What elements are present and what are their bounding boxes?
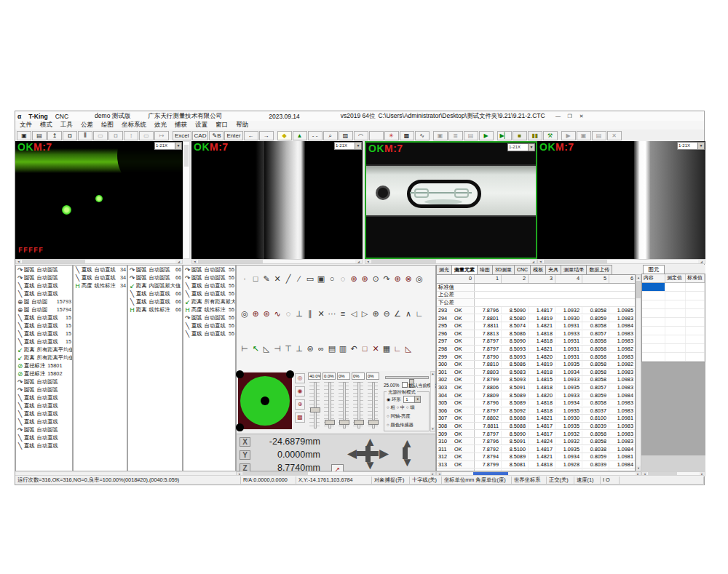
feature-row[interactable]: ↷圆弧自动圆弧 — [16, 386, 72, 394]
palette-tool-icon[interactable]: ⊣ — [273, 344, 282, 354]
element-cell[interactable] — [642, 335, 665, 343]
tolerance-row[interactable]: 上公差 — [437, 292, 635, 300]
feature-row[interactable]: ╲直线自动直线15 — [16, 338, 72, 346]
element-row[interactable] — [642, 283, 705, 292]
element-row[interactable] — [642, 309, 705, 318]
toolbar-button-0-9[interactable]: ↦ — [154, 131, 169, 140]
toolbar-button-5-0[interactable]: ▶ — [561, 131, 576, 140]
toolbar-button-2-4[interactable]: ▨ — [339, 131, 353, 140]
ring-light-preview[interactable] — [238, 372, 292, 429]
radio-icon[interactable]: ○ — [387, 405, 389, 410]
table-row[interactable]: 304OK7.88098.50891.48201.09330.80591.098… — [437, 391, 635, 399]
tab-2[interactable]: 绘图 — [477, 265, 493, 274]
toolbar-button-1-2[interactable]: ✎B — [209, 131, 223, 140]
element-cell[interactable] — [686, 283, 705, 291]
table-row[interactable]: 295OK7.88118.50741.48211.09310.80581.098… — [437, 322, 635, 330]
element-cell[interactable] — [665, 353, 686, 361]
options-scrollbar[interactable]: ▲▼ — [430, 371, 435, 432]
element-row[interactable] — [642, 300, 705, 309]
camera-scrollbar-1[interactable]: ◄◢ — [15, 259, 183, 264]
feature-row[interactable]: H距离线性标注66 — [128, 306, 182, 314]
light-mode-button-2[interactable]: ⊕ — [295, 399, 305, 410]
tab-3[interactable]: 3D测量 — [492, 265, 515, 274]
toolbar-button-0-2[interactable]: ↥ — [47, 131, 62, 140]
element-cell[interactable] — [642, 318, 665, 326]
camera-view-2[interactable]: OKM:7 1-21X▼ — [191, 141, 363, 259]
table-row[interactable]: 298OK7.87978.50931.48211.09310.80581.098… — [437, 346, 635, 354]
camera-scrollbar-4[interactable]: ◄◢ — [537, 259, 705, 264]
element-row[interactable] — [642, 335, 705, 344]
scroll-thumb[interactable] — [636, 281, 641, 298]
feature-row[interactable]: ╲直线自动直线 — [16, 402, 72, 410]
feature-row[interactable]: ⊕圆自动圆15793 — [16, 298, 72, 306]
toolbar-button-0-8[interactable]: ▭ — [139, 131, 154, 140]
element-cell[interactable] — [665, 335, 686, 343]
palette-tool-icon[interactable]: ▭ — [306, 274, 314, 284]
element-column-header[interactable]: 测定值 — [665, 274, 686, 282]
palette-tool-icon[interactable]: ⊥ — [295, 309, 304, 319]
selected-cell[interactable] — [642, 283, 665, 291]
palette-tool-icon[interactable]: ⊕ — [393, 274, 402, 284]
palette-tool-icon[interactable]: ∕ — [295, 274, 304, 284]
scroll-left-arrow[interactable]: ◄ — [16, 260, 21, 263]
tab-7[interactable]: 测量结果 — [561, 265, 587, 274]
element-cell[interactable] — [686, 327, 705, 335]
tab-1[interactable]: 测量元素 — [451, 265, 478, 274]
scroll-left-arrow[interactable]: ◄ — [192, 260, 197, 263]
menu-item-0[interactable]: 文件 — [20, 121, 32, 129]
toolbar-button-2-1[interactable]: ▲ — [293, 131, 307, 140]
ring-count-combo[interactable]: 1▼ — [403, 396, 421, 403]
toolbar-button-1-1[interactable]: CAD — [192, 131, 209, 140]
toolbar-button-0-6[interactable]: ◘ — [108, 131, 123, 140]
menu-item-3[interactable]: 公差 — [81, 121, 93, 129]
camera-view-3-selected[interactable]: OKM:7 1-21X▼ — [365, 141, 537, 259]
column-header[interactable]: 6 — [609, 275, 636, 283]
element-cell[interactable] — [642, 300, 665, 308]
table-row[interactable]: 310OK7.87968.50911.48241.09320.80581.098… — [437, 438, 635, 446]
palette-tool-icon[interactable]: ╱ — [284, 274, 293, 284]
element-row[interactable] — [642, 318, 705, 327]
chevron-down-icon[interactable]: ▼ — [175, 143, 181, 149]
feature-row[interactable]: ↙距离所有距离平均值 — [16, 346, 72, 354]
tab-element[interactable]: 图元 — [643, 265, 665, 274]
toolbar-button-5-1[interactable]: ▣ — [577, 131, 591, 140]
palette-tool-icon[interactable]: ✕ — [317, 309, 325, 319]
toolbar-button-0-7[interactable]: ↕ — [124, 131, 138, 140]
menu-item-6[interactable]: 效光 — [154, 121, 167, 129]
scroll-up-arrow[interactable]: ▲ — [636, 275, 641, 280]
element-cell[interactable] — [686, 309, 705, 317]
palette-tool-icon[interactable]: ⊥ — [295, 344, 304, 354]
palette-tool-icon[interactable]: ▥ — [339, 344, 347, 354]
toolbar-button-0-4[interactable]: Ⅱ — [78, 131, 92, 140]
toolbar-button-2-3[interactable]: ⌕ — [323, 131, 338, 140]
palette-tool-icon[interactable]: ○ — [328, 274, 336, 284]
light-slider-3[interactable]: 0% — [352, 372, 365, 431]
lens-select-dropdown[interactable]: 1-21X▼ — [677, 142, 705, 150]
camera-scrollbar-3[interactable]: ◄◢ — [365, 259, 537, 264]
jog-left-arrow[interactable]: ◀ — [347, 447, 357, 460]
element-cell[interactable] — [642, 327, 665, 335]
light-mode-button-3[interactable]: ▩ — [295, 412, 305, 423]
feature-row[interactable]: ╲直线自动直线 — [16, 394, 72, 402]
palette-tool-icon[interactable]: ↖ — [251, 344, 260, 354]
feature-row[interactable]: ↷圆弧自动圆弧66 — [128, 274, 182, 282]
feature-row[interactable]: ↷圆弧自动圆弧55 — [183, 266, 235, 274]
palette-tool-icon[interactable]: ◌ — [284, 309, 293, 319]
element-cell[interactable] — [665, 344, 686, 352]
jog-down-arrow[interactable]: ▼ — [364, 459, 376, 471]
table-row[interactable]: 299OK7.87908.50931.48201.09310.80581.098… — [437, 353, 635, 361]
slider-track[interactable] — [314, 382, 317, 428]
element-cell[interactable] — [642, 353, 665, 361]
feature-row[interactable]: ↷圆弧自动圆弧 — [16, 274, 72, 282]
element-cell[interactable] — [686, 335, 705, 343]
table-row[interactable]: 300OK7.88108.50861.48191.09350.80581.098… — [437, 361, 635, 369]
feature-row[interactable]: ↷圆弧自动圆弧 — [16, 378, 72, 386]
element-cell[interactable] — [642, 309, 665, 317]
menu-item-4[interactable]: 绘图 — [101, 121, 114, 129]
palette-tool-icon[interactable]: ▷ — [360, 309, 369, 319]
feature-list-3[interactable]: ↷圆弧自动圆弧66↷圆弧自动圆弧66↙距离内圆弧最大值╲直线自动直线66╲直线自… — [127, 265, 183, 471]
tab-8[interactable]: 数据上传 — [586, 265, 612, 274]
toolbar-button-0-3[interactable]: ◘ — [63, 131, 77, 140]
feature-list-1[interactable]: ↷圆弧自动圆弧↷圆弧自动圆弧╲直线自动直线╲直线自动直线⊕圆自动圆15793⊕圆… — [15, 265, 73, 471]
toolbar-button-1-5[interactable]: → — [259, 131, 274, 140]
